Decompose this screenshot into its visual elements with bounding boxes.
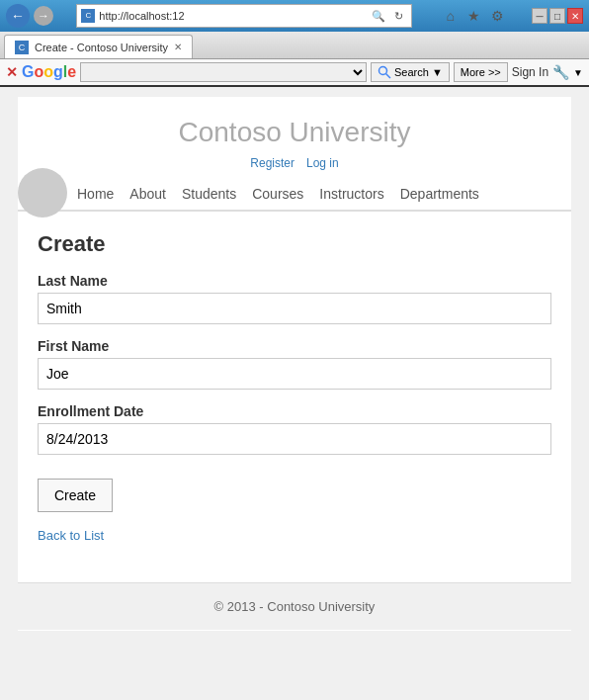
nav-about[interactable]: About xyxy=(129,186,166,202)
google-o1: o xyxy=(34,63,43,80)
back-button[interactable]: ← xyxy=(6,4,30,28)
nav-home[interactable]: Home xyxy=(77,186,114,202)
site-title: Contoso University xyxy=(18,117,571,148)
google-logo: Google xyxy=(22,63,76,81)
login-link[interactable]: Log in xyxy=(306,156,339,170)
google-search-select[interactable] xyxy=(80,62,367,82)
last-name-group: Last Name xyxy=(38,273,551,324)
first-name-group: First Name xyxy=(38,338,551,390)
create-submit-button[interactable]: Create xyxy=(38,479,113,512)
svg-line-1 xyxy=(386,74,391,79)
back-to-list-link[interactable]: Back to List xyxy=(38,528,551,543)
google-settings-icon[interactable]: 🔧 xyxy=(552,64,569,80)
enrollment-date-group: Enrollment Date xyxy=(38,403,551,455)
tab-label: Create - Contoso University xyxy=(35,42,168,53)
page-content: Create Last Name First Name Enrollment D… xyxy=(18,212,571,563)
google-g: G xyxy=(22,63,34,80)
address-icons: 🔍 ↻ xyxy=(370,7,407,25)
google-o2: o xyxy=(43,63,53,80)
google-search-button[interactable]: Search ▼ xyxy=(371,62,450,82)
page-heading: Create xyxy=(38,231,551,257)
main-nav: Home About Students Courses Instructors … xyxy=(18,178,571,211)
content-area: Contoso University Register Log in Home … xyxy=(0,87,589,700)
refresh-icon[interactable]: ↻ xyxy=(389,7,407,25)
maximize-button[interactable]: □ xyxy=(549,8,565,24)
enrollment-date-label: Enrollment Date xyxy=(38,403,551,419)
search-btn-label: Search xyxy=(394,66,429,78)
window-controls: ─ □ ✕ xyxy=(532,8,583,24)
active-tab[interactable]: C Create - Contoso University ✕ xyxy=(4,35,193,58)
more-btn-label: More >> xyxy=(461,66,501,78)
last-name-input[interactable] xyxy=(38,293,551,324)
footer-text: © 2013 - Contoso University xyxy=(214,599,376,614)
address-bar[interactable]: C http://localhost:12 🔍 ↻ xyxy=(76,4,412,28)
tab-close-icon[interactable]: ✕ xyxy=(174,42,182,52)
google-more-button[interactable]: More >> xyxy=(454,62,508,82)
nav-departments[interactable]: Departments xyxy=(400,186,479,202)
title-bar-left: ← → xyxy=(6,4,53,28)
register-link[interactable]: Register xyxy=(250,156,294,170)
search-dropdown-arrow: ▼ xyxy=(432,66,443,78)
site-wrapper: Contoso University Register Log in Home … xyxy=(18,97,571,631)
home-icon[interactable]: ⌂ xyxy=(440,5,462,27)
tab-favicon: C xyxy=(15,41,29,54)
google-signin[interactable]: Sign In xyxy=(512,65,548,79)
star-icon[interactable]: ★ xyxy=(463,5,485,27)
forward-button[interactable]: → xyxy=(34,6,53,26)
site-footer: © 2013 - Contoso University xyxy=(18,582,571,630)
address-favicon: C xyxy=(81,9,95,23)
google-settings-arrow: ▼ xyxy=(573,67,583,78)
gear-icon[interactable]: ⚙ xyxy=(487,5,509,27)
google-search-icon xyxy=(378,65,391,79)
site-nav-top: Register Log in xyxy=(18,156,571,170)
nav-logo-circle xyxy=(18,168,67,218)
address-text: http://localhost:12 xyxy=(99,10,366,22)
title-bar: ← → C http://localhost:12 🔍 ↻ ⌂ ★ ⚙ ─ □ … xyxy=(0,0,589,32)
browser-window: ← → C http://localhost:12 🔍 ↻ ⌂ ★ ⚙ ─ □ … xyxy=(0,0,589,700)
google-toolbar-close[interactable]: ✕ xyxy=(6,64,18,80)
close-button[interactable]: ✕ xyxy=(567,8,583,24)
enrollment-date-input[interactable] xyxy=(38,423,551,455)
nav-courses[interactable]: Courses xyxy=(252,186,303,202)
tab-bar: C Create - Contoso University ✕ xyxy=(0,32,589,59)
nav-students[interactable]: Students xyxy=(182,186,236,202)
search-address-icon[interactable]: 🔍 xyxy=(370,7,387,25)
site-header: Contoso University Register Log in Home … xyxy=(18,97,571,212)
first-name-label: First Name xyxy=(38,338,551,354)
last-name-label: Last Name xyxy=(38,273,551,289)
nav-area: Home About Students Courses Instructors … xyxy=(18,178,571,211)
nav-instructors[interactable]: Instructors xyxy=(319,186,383,202)
svg-point-0 xyxy=(379,67,387,75)
google-toolbar: ✕ Google Search ▼ More >> Sign In 🔧 ▼ xyxy=(0,59,589,87)
first-name-input[interactable] xyxy=(38,358,551,390)
google-g2: g xyxy=(53,63,63,80)
toolbar-icons: ⌂ ★ ⚙ xyxy=(440,5,509,27)
minimize-button[interactable]: ─ xyxy=(532,8,547,24)
google-e: e xyxy=(67,63,76,80)
